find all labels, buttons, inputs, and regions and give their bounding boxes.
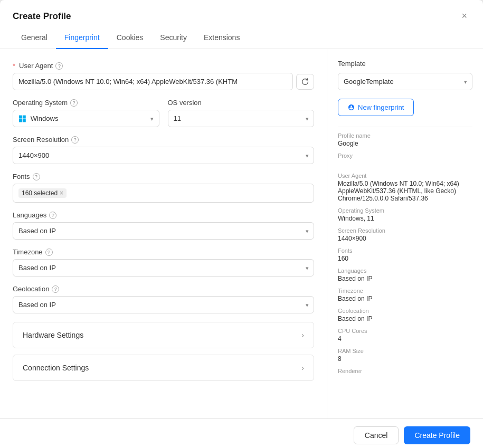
geolocation-select-wrap: Based on IP Custom ▾ (13, 296, 314, 313)
rp-cpu-label: CPU Cores (338, 328, 472, 334)
template-select-wrap: GoogleTemplate ▾ (338, 73, 472, 90)
os-version-label: OS version (168, 99, 315, 107)
rp-languages-label: Languages (338, 268, 472, 274)
rp-ram-label: RAM Size (338, 348, 472, 354)
languages-help-icon[interactable]: ? (49, 212, 56, 219)
os-version-select[interactable]: 11 10 8.1 (168, 110, 315, 127)
rp-ua-value: Mozilla/5.0 (Windows NT 10.0; Win64; x64… (338, 180, 472, 202)
svg-rect-3 (23, 119, 26, 122)
rp-fonts-label: Fonts (338, 247, 472, 254)
languages-select-wrap: Based on IP English Custom ▾ (13, 222, 314, 240)
rp-renderer-label: Renderer (338, 368, 472, 374)
rp-ram-value: 8 (338, 355, 472, 363)
tab-security[interactable]: Security (151, 27, 195, 49)
fonts-tag: 160 selected × (18, 188, 67, 198)
tab-bar: General Fingerprint Cookies Security Ext… (0, 27, 483, 49)
tab-extensions[interactable]: Extensions (195, 27, 248, 49)
timezone-help-icon[interactable]: ? (45, 249, 53, 256)
rp-languages-value: Based on IP (338, 275, 472, 282)
os-version-select-wrap: 11 10 8.1 ▾ (168, 110, 315, 127)
screen-resolution-label: Screen Resolution ? (13, 136, 314, 144)
create-profile-button[interactable]: Create Profile (404, 426, 470, 444)
languages-select[interactable]: Based on IP English Custom (13, 222, 314, 240)
user-agent-input[interactable] (13, 73, 293, 90)
geolocation-label: Geolocation ? (13, 285, 314, 293)
rp-fonts-value: 160 (338, 255, 472, 262)
modal-title: Create Profile (13, 11, 71, 22)
connection-settings-header[interactable]: Connection Settings › (13, 355, 314, 380)
modal-body: * User Agent ? (0, 49, 483, 418)
svg-rect-1 (23, 115, 26, 118)
connection-settings-chevron-icon: › (301, 364, 304, 372)
rp-geolocation-value: Based on IP (338, 315, 472, 322)
os-help-icon[interactable]: ? (70, 99, 78, 107)
rp-screen-label: Screen Resolution (338, 227, 472, 234)
hardware-settings-chevron-icon: › (301, 331, 304, 339)
geolocation-help-icon[interactable]: ? (52, 285, 59, 293)
os-field: Operating System ? Windows macOS (13, 99, 159, 127)
user-agent-field: * User Agent ? (13, 62, 314, 90)
required-star: * (13, 62, 15, 70)
os-select-wrap: Windows macOS Linux ▾ (13, 110, 159, 127)
fonts-field: Fonts ? 160 selected × (13, 173, 314, 203)
rp-proxy-value (338, 160, 472, 167)
right-panel: Template GoogleTemplate ▾ New fingerprin… (327, 49, 483, 418)
fingerprint-icon (348, 104, 355, 111)
close-button[interactable]: × (458, 9, 470, 23)
os-select[interactable]: Windows macOS Linux (29, 110, 154, 127)
user-agent-input-row (13, 73, 314, 90)
rp-screen-value: 1440×900 (338, 235, 472, 242)
fonts-help-icon[interactable]: ? (33, 173, 40, 180)
svg-rect-0 (19, 115, 22, 118)
rp-geolocation-label: Geolocation (338, 308, 472, 314)
languages-field: Languages ? Based on IP English Custom ▾ (13, 211, 314, 240)
timezone-label: Timezone ? (13, 248, 314, 256)
languages-label: Languages ? (13, 211, 314, 219)
timezone-select[interactable]: Based on IP UTC Custom (13, 259, 314, 277)
screen-resolution-help-icon[interactable]: ? (71, 136, 79, 144)
rp-ua-label: User Agent (338, 173, 472, 179)
user-agent-help-icon[interactable]: ? (55, 62, 63, 70)
windows-icon (18, 115, 26, 123)
os-version-field: OS version 11 10 8.1 ▾ (168, 99, 315, 127)
rp-os-label: Operating System (338, 207, 472, 214)
geolocation-select[interactable]: Based on IP Custom (13, 296, 314, 313)
reload-icon (301, 78, 309, 85)
create-profile-modal: Create Profile × General Fingerprint Coo… (0, 0, 483, 448)
rp-timezone-label: Timezone (338, 288, 472, 294)
fonts-input[interactable]: 160 selected × (13, 184, 314, 203)
user-agent-reload-button[interactable] (296, 74, 314, 90)
os-label: Operating System ? (13, 99, 159, 107)
rp-cpu-value: 4 (338, 335, 472, 342)
cancel-button[interactable]: Cancel (354, 426, 399, 444)
fonts-label: Fonts ? (13, 173, 314, 180)
left-panel: * User Agent ? (0, 49, 327, 418)
os-row: Operating System ? Windows macOS (13, 99, 314, 127)
template-select[interactable]: GoogleTemplate (338, 73, 472, 90)
template-label: Template (338, 60, 472, 68)
svg-rect-2 (19, 119, 22, 122)
screen-resolution-select[interactable]: 1440×900 1920×1080 1280×720 (13, 147, 314, 164)
new-fingerprint-button[interactable]: New fingerprint (338, 99, 414, 116)
modal-header: Create Profile × (0, 0, 483, 23)
tab-fingerprint[interactable]: Fingerprint (56, 27, 108, 49)
rp-proxy-label: Proxy (338, 152, 472, 159)
rp-os-value: Windows, 11 (338, 215, 472, 222)
hardware-settings-section: Hardware Settings › (13, 322, 314, 348)
user-agent-label: * User Agent ? (13, 62, 314, 70)
rp-timezone-value: Based on IP (338, 295, 472, 302)
divider (338, 127, 472, 127)
timezone-field: Timezone ? Based on IP UTC Custom ▾ (13, 248, 314, 277)
tab-general[interactable]: General (13, 27, 56, 49)
rp-profile-name-label: Profile name (338, 132, 472, 139)
modal-footer: Cancel Create Profile (0, 418, 483, 448)
timezone-select-wrap: Based on IP UTC Custom ▾ (13, 259, 314, 277)
fonts-tag-close-icon[interactable]: × (60, 189, 63, 197)
geolocation-field: Geolocation ? Based on IP Custom ▾ (13, 285, 314, 313)
hardware-settings-header[interactable]: Hardware Settings › (13, 322, 314, 348)
screen-resolution-select-wrap: 1440×900 1920×1080 1280×720 ▾ (13, 147, 314, 164)
screen-resolution-field: Screen Resolution ? 1440×900 1920×1080 1… (13, 136, 314, 164)
rp-profile-name-value: Google (338, 140, 472, 147)
connection-settings-section: Connection Settings › (13, 355, 314, 381)
tab-cookies[interactable]: Cookies (108, 27, 152, 49)
